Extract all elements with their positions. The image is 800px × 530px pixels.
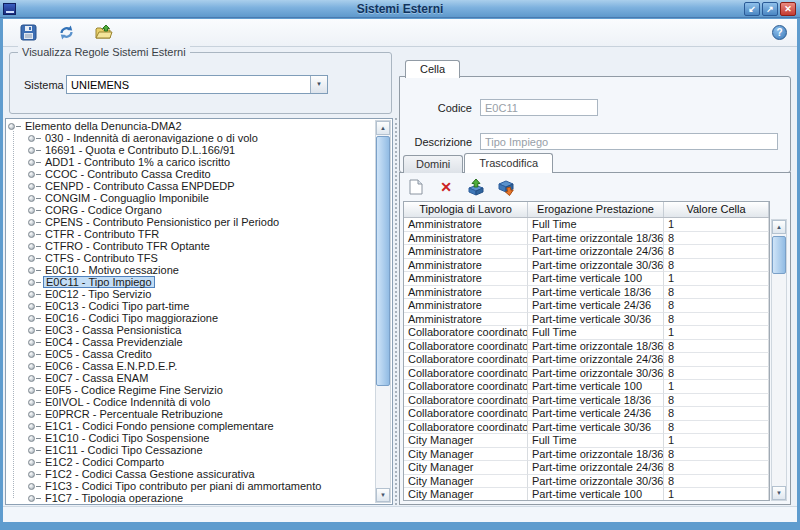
tree-item-label: E0C3 - Cassa Pensionistica [43, 324, 183, 336]
tree-item[interactable]: F1C7 - Tipologia operazione [8, 492, 374, 503]
tree-item[interactable]: 030 - Indennità di aeronavigazione o di … [8, 132, 374, 144]
tree-item[interactable]: E0C4 - Cassa Previdenziale [8, 336, 374, 348]
tree-root-item[interactable]: Elemento della Denuncia-DMA2 [8, 120, 374, 132]
export-button[interactable] [496, 177, 516, 197]
close-button[interactable]: ✕ [780, 2, 796, 16]
tree-item[interactable]: E1C10 - Codici Tipo Sospensione [8, 432, 374, 444]
tree-item[interactable]: E0C12 - Tipo Servizio [8, 288, 374, 300]
tree-item[interactable]: E1C2 - Codici Comparto [8, 456, 374, 468]
scroll-up-icon[interactable]: ▲ [772, 220, 786, 234]
tab-trascodifica[interactable]: Trascodifica [464, 153, 553, 173]
vertical-splitter[interactable] [395, 118, 397, 505]
table-cell: 1 [664, 488, 769, 501]
table-row[interactable]: City ManagerPart-time orizzontale 18/368 [404, 448, 769, 462]
tree-item[interactable]: E0C13 - Codici Tipo part-time [8, 300, 374, 312]
table-row[interactable]: City ManagerFull Time1 [404, 434, 769, 448]
save-button[interactable] [15, 21, 41, 45]
table-row[interactable]: City ManagerPart-time verticale 1001 [404, 488, 769, 501]
tree-item[interactable]: E0C6 - Cassa E.N.P.D.E.P. [8, 360, 374, 372]
tree-item[interactable]: E0C11 - Tipo Impiego [8, 276, 374, 288]
table-row[interactable]: City ManagerPart-time orizzontale 30/368 [404, 475, 769, 489]
codice-field[interactable] [480, 99, 598, 116]
help-button[interactable]: ? [772, 25, 787, 40]
table-scroll-thumb[interactable] [772, 236, 786, 274]
table-scrollbar[interactable]: ▲ ▼ [771, 219, 787, 501]
tree-item[interactable]: E0C10 - Motivo cessazione [8, 264, 374, 276]
tree-item[interactable]: E0C3 - Cassa Pensionistica [8, 324, 374, 336]
tree-item[interactable]: E0IVOL - Codice Indennità di volo [8, 396, 374, 408]
tree-scroll-thumb[interactable] [376, 136, 390, 386]
tree-item[interactable]: CPENS - Contributo Pensionistico per il … [8, 216, 374, 228]
header-tipologia[interactable]: Tipologia di Lavoro [404, 202, 528, 217]
table-row[interactable]: AmministratorePart-time verticale 30/368 [404, 313, 769, 327]
scroll-down-icon[interactable]: ▼ [772, 486, 786, 500]
tree-item[interactable]: E0F5 - Codice Regime Fine Servizio [8, 384, 374, 396]
table-row[interactable]: Collaboratore coordinato c...Full Time1 [404, 326, 769, 340]
descrizione-field-row: Descrizione [400, 133, 778, 150]
tree-item[interactable]: E0C7 - Cassa ENAM [8, 372, 374, 384]
exit-button[interactable] [91, 21, 117, 45]
tree: Elemento della Denuncia-DMA2 030 - Inden… [8, 120, 374, 503]
tree-item[interactable]: E0C5 - Cassa Credito [8, 348, 374, 360]
table-row[interactable]: Collaboratore coordinato c...Part-time v… [404, 407, 769, 421]
table-cell: Part-time orizzontale 30/36 [528, 367, 664, 381]
header-valore[interactable]: Valore Cella [664, 202, 769, 217]
tree-item[interactable]: E0C16 - Codici Tipo maggiorazione [8, 312, 374, 324]
new-row-button[interactable] [406, 177, 426, 197]
table-row[interactable]: Collaboratore coordinato c...Part-time v… [404, 380, 769, 394]
scroll-down-icon[interactable]: ▼ [376, 488, 390, 502]
tree-item[interactable]: CTFS - Contributo TFS [8, 252, 374, 264]
tree-item[interactable]: E1C1 - Codici Fondo pensione complementa… [8, 420, 374, 432]
header-erogazione[interactable]: Erogazione Prestazione [528, 202, 664, 217]
tree-item[interactable]: E1C11 - Codici Tipo Cessazione [8, 444, 374, 456]
tree-item[interactable]: E0PRCR - Percentuale Retribuzione [8, 408, 374, 420]
table-cell: Part-time verticale 100 [528, 272, 664, 286]
export-icon [497, 179, 515, 196]
tree-item[interactable]: ADD1 - Contributo 1% a carico iscritto [8, 156, 374, 168]
import-button[interactable] [466, 177, 486, 197]
table-cell: Full Time [528, 434, 664, 448]
tree-item[interactable]: CCOC - Contributo Cassa Credito [8, 168, 374, 180]
tree-item[interactable]: CTFR - Contributo TFR [8, 228, 374, 240]
exit-folder-icon [95, 24, 113, 41]
tree-item[interactable]: CENPD - Contributo Cassa ENPDEDP [8, 180, 374, 192]
tree-item-label: E0IVOL - Codice Indennità di volo [43, 396, 212, 408]
tab-cella[interactable]: Cella [405, 60, 460, 78]
tree-item[interactable]: 16691 - Quota e Contributo D.L.166/91 [8, 144, 374, 156]
tree-node-icon [28, 219, 35, 226]
table-row[interactable]: Collaboratore coordinato c...Part-time v… [404, 394, 769, 408]
table-row[interactable]: AmministratorePart-time orizzontale 30/3… [404, 259, 769, 273]
table-row[interactable]: AmministratoreFull Time1 [404, 218, 769, 232]
tree-item[interactable]: CONGIM - Conguaglio Imponibile [8, 192, 374, 204]
sistema-combo-input[interactable] [67, 76, 310, 93]
trascodifica-table: Tipologia di Lavoro Erogazione Prestazio… [403, 201, 770, 501]
table-row[interactable]: AmministratorePart-time orizzontale 24/3… [404, 245, 769, 259]
table-row[interactable]: AmministratorePart-time verticale 1001 [404, 272, 769, 286]
table-row[interactable]: Collaboratore coordinato c...Part-time o… [404, 367, 769, 381]
table-row[interactable]: Collaboratore coordinato c...Part-time o… [404, 353, 769, 367]
sistema-combobox[interactable]: ▼ [66, 75, 328, 94]
sistema-field-row: Sistema ▼ [24, 75, 328, 94]
delete-row-button[interactable]: ✕ [436, 177, 456, 197]
table-row[interactable]: AmministratorePart-time verticale 24/368 [404, 299, 769, 313]
descrizione-field[interactable] [480, 133, 778, 150]
table-row[interactable]: Collaboratore coordinato c...Part-time v… [404, 421, 769, 435]
minimize-button[interactable]: ↙ [744, 2, 760, 16]
tree-item[interactable]: CORG - Codice Organo [8, 204, 374, 216]
tab-domini[interactable]: Domini [403, 155, 463, 173]
tree-scrollbar[interactable]: ▲ ▼ [375, 120, 391, 503]
table-row[interactable]: City ManagerPart-time orizzontale 24/368 [404, 461, 769, 475]
tree-item[interactable]: CTFRO - Contributo TFR Optante [8, 240, 374, 252]
combo-dropdown-button[interactable]: ▼ [310, 76, 327, 93]
scroll-up-icon[interactable]: ▲ [376, 121, 390, 135]
tree-node-icon [28, 459, 35, 466]
table-row[interactable]: AmministratorePart-time orizzontale 18/3… [404, 232, 769, 246]
table-cell: Amministratore [404, 218, 528, 232]
new-document-icon [409, 179, 423, 195]
table-row[interactable]: AmministratorePart-time verticale 18/368 [404, 286, 769, 300]
tree-item[interactable]: F1C2 - Codici Cassa Gestione assicurativ… [8, 468, 374, 480]
table-row[interactable]: Collaboratore coordinato c...Part-time o… [404, 340, 769, 354]
maximize-button[interactable]: ↗ [762, 2, 778, 16]
refresh-button[interactable] [53, 21, 79, 45]
tree-item[interactable]: F1C3 - Codici Tipo contributo per piani … [8, 480, 374, 492]
